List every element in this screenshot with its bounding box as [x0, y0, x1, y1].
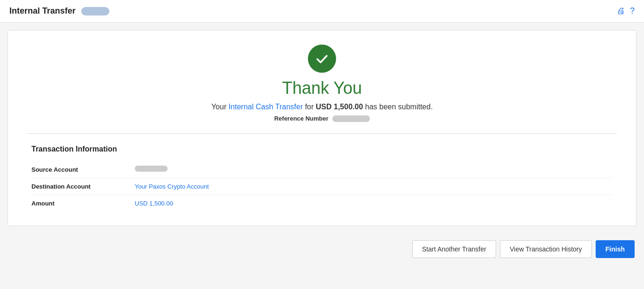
- source-account-value: [135, 166, 168, 173]
- amount-display: USD 1,500.00: [316, 103, 363, 111]
- amount-value: USD 1,500.00: [135, 200, 173, 207]
- destination-account-row: Destination Account Your Paxos Crypto Ac…: [31, 178, 613, 195]
- view-transaction-history-button[interactable]: View Transaction History: [500, 240, 592, 258]
- header-left: Internal Transfer: [9, 6, 109, 16]
- reference-label: Reference Number: [274, 115, 329, 122]
- amount-label: Amount: [31, 200, 135, 207]
- main-content: Thank You Your Internal Cash Transfer fo…: [8, 30, 636, 226]
- submitted-suffix: has been submitted.: [363, 103, 433, 111]
- success-checkmark-icon: [308, 45, 336, 73]
- source-account-label: Source Account: [31, 166, 135, 173]
- page-title: Internal Transfer: [9, 6, 76, 16]
- thank-you-heading: Thank You: [27, 78, 617, 98]
- transaction-info-section: Transaction Information Source Account D…: [27, 145, 617, 212]
- print-icon[interactable]: 🖨: [617, 6, 625, 16]
- amount-row: Amount USD 1,500.00: [31, 195, 613, 212]
- submission-message: Your Internal Cash Transfer for USD 1,50…: [27, 103, 617, 111]
- submitted-prefix: Your: [211, 103, 229, 111]
- destination-account-label: Destination Account: [31, 183, 135, 190]
- header-badge: [81, 7, 109, 15]
- transaction-info-title: Transaction Information: [31, 145, 613, 153]
- reference-number-redacted: [332, 115, 370, 122]
- source-account-redacted: [135, 166, 168, 172]
- success-section: Thank You Your Internal Cash Transfer fo…: [27, 45, 617, 134]
- submitted-middle: for: [303, 103, 316, 111]
- destination-account-value: Your Paxos Crypto Account: [135, 183, 209, 190]
- footer-action-bar: Start Another Transfer View Transaction …: [0, 234, 644, 265]
- start-another-transfer-button[interactable]: Start Another Transfer: [412, 240, 496, 258]
- reference-row: Reference Number: [27, 115, 617, 122]
- page-header: Internal Transfer 🖨 ?: [0, 0, 644, 23]
- transfer-type: Internal Cash Transfer: [229, 103, 303, 111]
- source-account-row: Source Account: [31, 161, 613, 178]
- help-icon[interactable]: ?: [630, 6, 635, 16]
- finish-button[interactable]: Finish: [596, 240, 635, 258]
- header-icons: 🖨 ?: [617, 6, 635, 16]
